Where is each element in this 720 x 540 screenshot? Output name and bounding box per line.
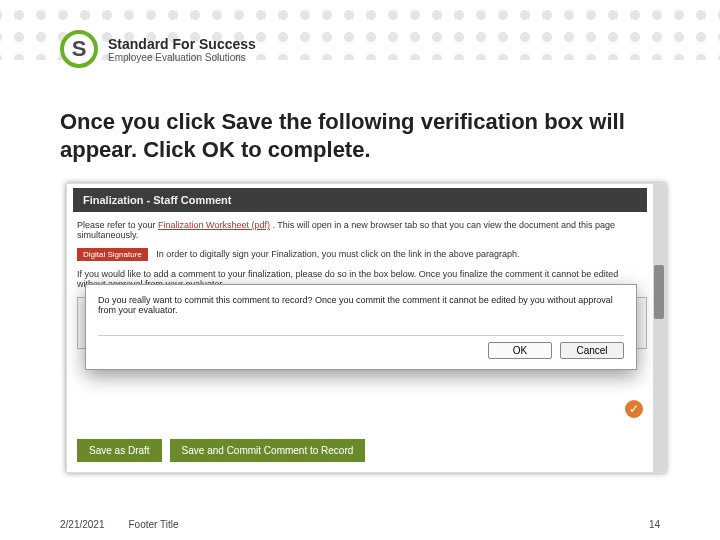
refer-prefix: Please refer to your [77,220,158,230]
dialog-button-row: OK Cancel [98,335,624,359]
brand-logo: S [60,30,98,68]
brand-logo-letter: S [72,36,87,62]
scrollbar[interactable] [653,184,665,472]
signature-line: Digital Signature In order to digitally … [77,248,647,261]
digital-signature-chip: Digital Signature [77,248,148,261]
check-icon: ✓ [625,400,643,418]
finalization-worksheet-link[interactable]: Finalization Worksheet (pdf) [158,220,270,230]
page-number: 14 [649,519,660,530]
action-row: Save as Draft Save and Commit Comment to… [77,439,365,462]
footer-date: 2/21/2021 [60,519,105,530]
signature-instruction: In order to digitally sign your Finaliza… [156,249,519,259]
brand-name: Standard For Success [108,36,256,52]
brand-header: S Standard For Success Employee Evaluati… [0,0,720,80]
instruction-text: Once you click Save the following verifi… [0,80,720,175]
slide-footer: 2/21/2021 Footer Title 14 [0,519,720,530]
brand-tagline: Employee Evaluation Solutions [108,52,256,63]
refer-line: Please refer to your Finalization Worksh… [77,220,647,240]
app-screenshot: Finalization - Staff Comment Please refe… [66,183,666,473]
dialog-message: Do you really want to commit this commen… [98,295,624,315]
ok-button[interactable]: OK [488,342,552,359]
footer-title: Footer Title [129,519,179,530]
save-commit-button[interactable]: Save and Commit Comment to Record [170,439,366,462]
scrollbar-thumb[interactable] [654,265,664,319]
panel-title: Finalization - Staff Comment [73,188,647,212]
save-draft-button[interactable]: Save as Draft [77,439,162,462]
brand-text: Standard For Success Employee Evaluation… [108,36,256,63]
cancel-button[interactable]: Cancel [560,342,624,359]
verification-dialog: Do you really want to commit this commen… [85,284,637,370]
